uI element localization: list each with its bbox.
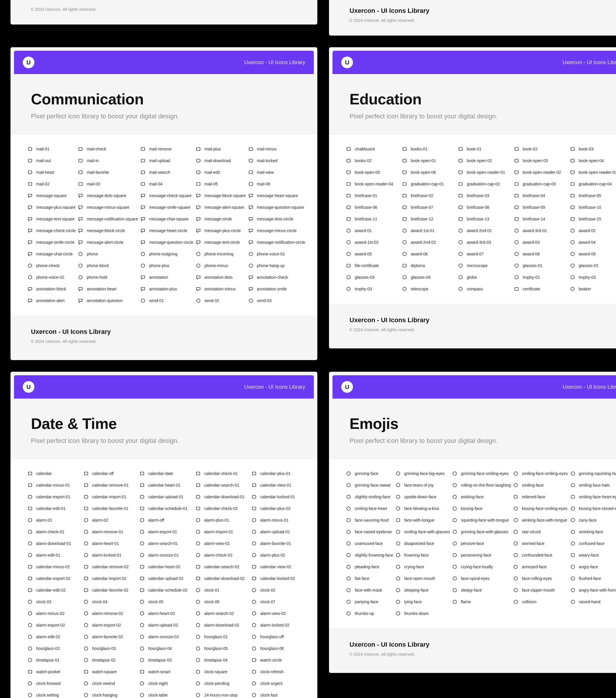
- icon-item-glasses-02[interactable]: glasses-02: [570, 260, 616, 271]
- icon-item-graduation-cap-03[interactable]: graduation-cap-03: [514, 178, 567, 190]
- icon-item-grinning-face-sweat[interactable]: grinning-face-sweat: [346, 479, 393, 491]
- icon-item-message-notification-square[interactable]: message-notification-square: [78, 213, 138, 225]
- icon-item-briefcase-09[interactable]: briefcase-09: [514, 201, 567, 213]
- icon-item-flat-face[interactable]: flat-face: [346, 573, 393, 584]
- icon-item-face-with-mask[interactable]: face-with-mask: [346, 584, 393, 596]
- icon-item-trophy-02[interactable]: trophy-02: [570, 271, 616, 283]
- icon-item-timelapse-04[interactable]: timelapse-04: [195, 654, 249, 666]
- icon-item-alarm-remove-01[interactable]: alarm-remove-01: [83, 526, 137, 538]
- icon-item-phone-outgoing[interactable]: phone-outgoing: [140, 248, 193, 260]
- icon-item-trophy-01[interactable]: trophy-01: [514, 271, 567, 283]
- icon-item-thumbs-down[interactable]: thumbs-down: [396, 608, 450, 619]
- icon-item-calendar-heart-02[interactable]: calendar-heart-02: [139, 561, 193, 573]
- icon-item-send-02[interactable]: send-02: [196, 295, 246, 306]
- icon-item-mail-out[interactable]: mail-out: [27, 155, 76, 167]
- icon-item-frowning-face[interactable]: frowning-face: [396, 549, 450, 561]
- icon-item-alarm-locked-01[interactable]: alarm-locked-01: [83, 549, 137, 561]
- icon-item-message-alert-circle[interactable]: message-alert-circle: [78, 236, 138, 248]
- icon-item-alarm-edit-01[interactable]: alarm-edit-01: [27, 549, 81, 561]
- icon-item-annotation-dots[interactable]: annotation-dots: [196, 271, 246, 283]
- icon-item-calendar-edit-01[interactable]: calendar-edit-01: [27, 503, 81, 514]
- icon-item-file-certificate[interactable]: file-certificate: [346, 260, 400, 271]
- icon-item-calendar-schedule-02[interactable]: calendar-schedule-02: [139, 584, 193, 596]
- icon-item-alarm-import-01[interactable]: alarm-import-01: [195, 526, 249, 538]
- icon-item-book-02[interactable]: book-02: [514, 143, 567, 155]
- icon-item-clock-06[interactable]: clock-06: [195, 596, 249, 608]
- icon-item-award-06[interactable]: award-06: [402, 248, 455, 260]
- icon-item-briefcase-04[interactable]: briefcase-04: [514, 190, 567, 201]
- icon-item-clock-refresh[interactable]: clock-refresh: [251, 666, 305, 678]
- icon-item-sleeping-face[interactable]: sleeping-face: [396, 584, 450, 596]
- icon-item-rolling-on-the-floor-laughing[interactable]: rolling-on-the-floor-laughing: [452, 479, 511, 491]
- icon-item-slightly-frowning-face[interactable]: slightly-frowning-face: [346, 549, 393, 561]
- icon-item-star-struck[interactable]: star-struck: [513, 526, 567, 538]
- icon-item-calendar-upload-01[interactable]: calendar-upload-01: [139, 491, 193, 503]
- icon-item-mail-in[interactable]: mail-in: [78, 155, 138, 167]
- icon-item-message-chat-circle[interactable]: message-chat-circle: [27, 248, 76, 260]
- icon-item-crying-face[interactable]: crying-face: [396, 561, 450, 573]
- icon-item-clock-01[interactable]: clock-01: [195, 584, 249, 596]
- icon-item-raised-hand[interactable]: raised-hand: [570, 596, 616, 608]
- icon-item-alarm-edit-02[interactable]: alarm-edit-02: [27, 631, 81, 643]
- icon-item-book-open-reader-01[interactable]: book-open-reader-01: [458, 167, 511, 178]
- icon-item-grinning-face-with-glasses[interactable]: grinning-face-with-glasses: [452, 526, 511, 538]
- icon-item-face-rolling-eyes[interactable]: face-rolling-eyes: [513, 573, 567, 584]
- icon-item-flushed-face[interactable]: flushed-face: [570, 573, 616, 584]
- icon-item-confused-face[interactable]: confused-face: [570, 538, 616, 549]
- icon-item-mail-view[interactable]: mail-view: [248, 167, 305, 178]
- icon-item-mail-04[interactable]: mail-04: [140, 178, 193, 190]
- icon-item-book-open-01[interactable]: book-open-01: [402, 155, 455, 167]
- icon-item-face-tears-of-joy[interactable]: face-tears-of-joy: [396, 479, 450, 491]
- icon-item-mail-check[interactable]: mail-check: [78, 143, 138, 155]
- icon-item-message-text-circle[interactable]: message-text-circle: [196, 236, 246, 248]
- icon-item-squinting-face-with-tongue[interactable]: squinting-face-with-tongue: [452, 514, 511, 526]
- icon-item-message-square[interactable]: message-square: [27, 190, 76, 201]
- icon-item-alarm-off[interactable]: alarm-off: [139, 514, 193, 526]
- icon-item-briefcase-13[interactable]: briefcase-13: [458, 213, 511, 225]
- icon-item-message-smile-square[interactable]: message-smile-square: [140, 201, 193, 213]
- icon-item-mail-02[interactable]: mail-02: [27, 178, 76, 190]
- icon-item-face-spiral-eyes[interactable]: face-spiral-eyes: [452, 573, 511, 584]
- icon-item-calendar-plus-01[interactable]: calendar-plus-01: [251, 467, 305, 479]
- icon-item-phone-incoming[interactable]: phone-incoming: [196, 248, 246, 260]
- icon-item-award-03[interactable]: award-03: [514, 236, 567, 248]
- icon-item-glasses-01[interactable]: glasses-01: [514, 260, 567, 271]
- icon-item-timelapse-01[interactable]: timelapse-01: [27, 654, 81, 666]
- icon-item-hourglass-05[interactable]: hourglass-05: [195, 643, 249, 654]
- icon-item-award-3rd-01[interactable]: award-3rd-01: [514, 225, 567, 236]
- icon-item-calendar-locked-01[interactable]: calendar-locked-01: [251, 491, 305, 503]
- icon-item-briefcase-03[interactable]: briefcase-03: [458, 190, 511, 201]
- icon-item-mail-remove[interactable]: mail-remove: [140, 143, 193, 155]
- icon-item-briefcase-14[interactable]: briefcase-14: [514, 213, 567, 225]
- icon-item-briefcase-02[interactable]: briefcase-02: [402, 190, 455, 201]
- icon-item-calendar-export-02[interactable]: calendar-export-02: [27, 573, 81, 584]
- icon-item-smiling-face-smiling-eyes[interactable]: smiling-face-smiling-eyes: [513, 467, 567, 479]
- icon-item-book-03[interactable]: book-03: [570, 143, 616, 155]
- icon-item-books-02[interactable]: books-02: [346, 155, 400, 167]
- icon-item-grinning-face-big-eyes[interactable]: grinning-face-big-eyes: [396, 467, 450, 479]
- icon-item-upside-down-face[interactable]: upside-down-face: [396, 491, 450, 503]
- icon-item-smiling-face-with-glasses[interactable]: smiling-face-with-glasses: [396, 526, 450, 538]
- icon-item-mail-plus[interactable]: mail-plus: [196, 143, 246, 155]
- icon-item-message-plus-circle[interactable]: message-plus-circle: [196, 225, 246, 236]
- icon-item-smiling-face-heart-eyes[interactable]: smiling-face-heart-eyes: [570, 491, 616, 503]
- icon-item-calendar-search-01[interactable]: calendar-search-01: [195, 479, 249, 491]
- icon-item-slightly-smiling-face[interactable]: slightly-smiling-face: [346, 491, 393, 503]
- icon-item-zany-face[interactable]: zany-face: [570, 514, 616, 526]
- icon-item-alarm-favorite-02[interactable]: alarm-favorite-02: [83, 631, 137, 643]
- icon-item-clock-07[interactable]: clock-07: [251, 596, 305, 608]
- icon-item-mail-search[interactable]: mail-search: [140, 167, 193, 178]
- icon-item-briefcase-05[interactable]: briefcase-05: [570, 190, 616, 201]
- icon-item-hourglass-01[interactable]: hourglass-01: [195, 631, 249, 643]
- icon-item-phone-minus[interactable]: phone-minus: [196, 260, 246, 271]
- icon-item-alarm-plus-01[interactable]: alarm-plus-01: [195, 514, 249, 526]
- icon-item-award-2nd-01[interactable]: award-2nd-01: [458, 225, 511, 236]
- icon-item-face-with-tongue[interactable]: face-with-tongue: [396, 514, 450, 526]
- icon-item-calendar-heart-01[interactable]: calendar-heart-01: [139, 479, 193, 491]
- icon-item-kissing-face-smiling-eyes[interactable]: kissing-face-smiling-eyes: [513, 503, 567, 514]
- icon-item-calendar-view-02[interactable]: calendar-view-02: [251, 561, 305, 573]
- icon-item-kissing-face[interactable]: kissing-face: [452, 503, 511, 514]
- icon-item-clock-forward[interactable]: clock-forward: [27, 678, 81, 689]
- icon-item-glasses-04[interactable]: glasses-04: [402, 271, 455, 283]
- icon-item-calendar-minus-02[interactable]: calendar-minus-02: [27, 561, 81, 573]
